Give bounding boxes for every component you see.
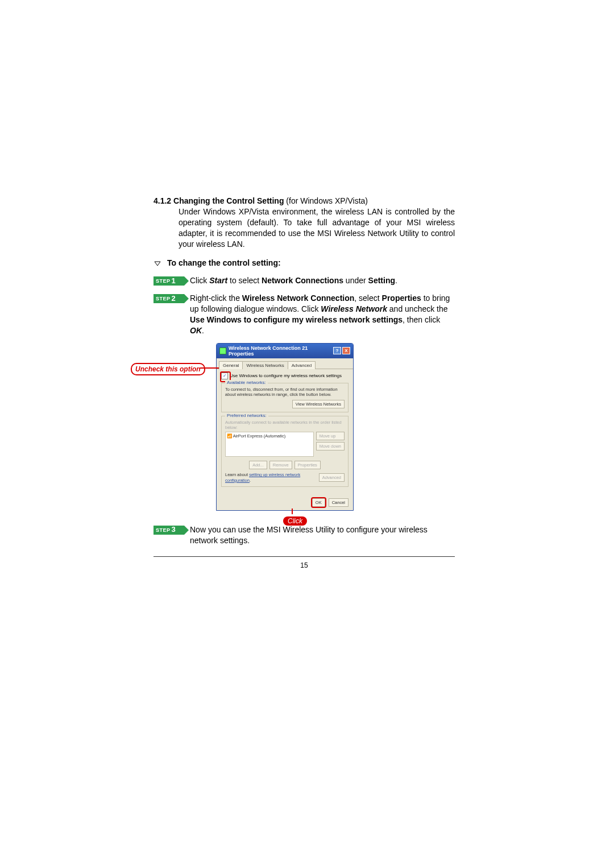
click-callout-line — [292, 509, 293, 514]
tab-advanced[interactable]: Advanced — [288, 361, 316, 369]
available-networks-fieldset: Available networks: To connect to, disco… — [221, 383, 349, 412]
subheader-row: To change the control setting: — [154, 258, 455, 267]
preferred-text: Automatically connect to available netwo… — [225, 420, 345, 431]
step-1-text: Click Start to select Network Connection… — [190, 275, 455, 286]
properties-button[interactable]: Properties — [294, 461, 321, 469]
tab-general[interactable]: General — [219, 361, 243, 369]
advanced-button[interactable]: Advanced — [319, 473, 345, 482]
subheader-text: To change the control setting: — [167, 258, 281, 267]
dialog-wrapper: Uncheck this option Wireless Network Con… — [216, 343, 426, 511]
help-button[interactable]: ? — [333, 347, 341, 354]
add-button[interactable]: Add... — [249, 461, 267, 469]
properties-dialog: Wireless Network Connection 21 Propertie… — [216, 343, 354, 511]
preferred-legend: Preferred networks: — [225, 413, 268, 418]
section-intro: 4.1.2 Changing the Control Setting (for … — [154, 196, 455, 249]
page-body: 4.1.2 Changing the Control Setting (for … — [154, 196, 455, 569]
step-badge-1: STEP1 — [154, 276, 184, 286]
ok-button[interactable]: OK — [312, 498, 325, 507]
preferred-item-0: AirPort Express (Automatic) — [233, 433, 286, 439]
dialog-bottom-buttons: OK Cancel — [217, 495, 353, 510]
learn-text: Learn about setting up wireless network … — [225, 472, 319, 483]
available-legend: Available networks: — [225, 380, 268, 385]
step-1: STEP1 Click Start to select Network Conn… — [154, 275, 455, 286]
remove-button[interactable]: Remove — [269, 461, 292, 469]
preferred-list[interactable]: 📶 AirPort Express (Automatic) — [225, 432, 314, 457]
footer-rule — [154, 556, 455, 557]
close-button[interactable]: X — [342, 347, 350, 354]
step-3: STEP3 Now you can use the MSI Wireless U… — [154, 524, 455, 546]
section-intro-text: Under Windows XP/Vista environment, the … — [154, 206, 455, 250]
section-title: Changing the Control Setting — [173, 196, 284, 205]
section-title-suffix: (for Windows XP/Vista) — [284, 196, 368, 205]
use-windows-row: ✓ Use Windows to configure my wireless n… — [221, 373, 349, 379]
move-down-button[interactable]: Move down — [316, 442, 345, 450]
view-wireless-networks-button[interactable]: View Wireless Networks — [292, 400, 345, 408]
step-3-text: Now you can use the MSI Wireless Utility… — [190, 524, 455, 546]
arrow-icon — [154, 259, 161, 267]
callout-click: Click — [283, 516, 307, 526]
use-windows-label: Use Windows to configure my wireless net… — [230, 373, 342, 378]
step-badge-3: STEP3 — [154, 526, 184, 535]
dialog-body: ✓ Use Windows to configure my wireless n… — [217, 369, 353, 495]
available-text: To connect to, disconnect from, or find … — [225, 387, 345, 398]
step-badge-2: STEP2 — [154, 294, 184, 303]
callout-uncheck: Uncheck this option — [131, 363, 205, 375]
dialog-titlebar: Wireless Network Connection 21 Propertie… — [217, 344, 353, 358]
page-number: 15 — [154, 561, 455, 569]
step-2: STEP2 Right-click the Wireless Network C… — [154, 293, 455, 336]
tab-wireless-networks[interactable]: Wireless Networks — [242, 361, 288, 369]
section-number: 4.1.2 — [154, 196, 171, 205]
step-2-text: Right-click the Wireless Network Connect… — [190, 293, 455, 336]
network-icon — [219, 348, 226, 354]
tabs-row: General Wireless Networks Advanced — [217, 358, 353, 369]
dialog-title-text: Wireless Network Connection 21 Propertie… — [229, 345, 333, 357]
wireless-item-icon: 📶 — [227, 433, 233, 439]
cancel-button[interactable]: Cancel — [329, 498, 349, 507]
use-windows-checkbox[interactable]: ✓ — [221, 373, 228, 379]
preferred-networks-fieldset: Preferred networks: Automatically connec… — [221, 416, 349, 487]
move-up-button[interactable]: Move up — [316, 432, 345, 440]
